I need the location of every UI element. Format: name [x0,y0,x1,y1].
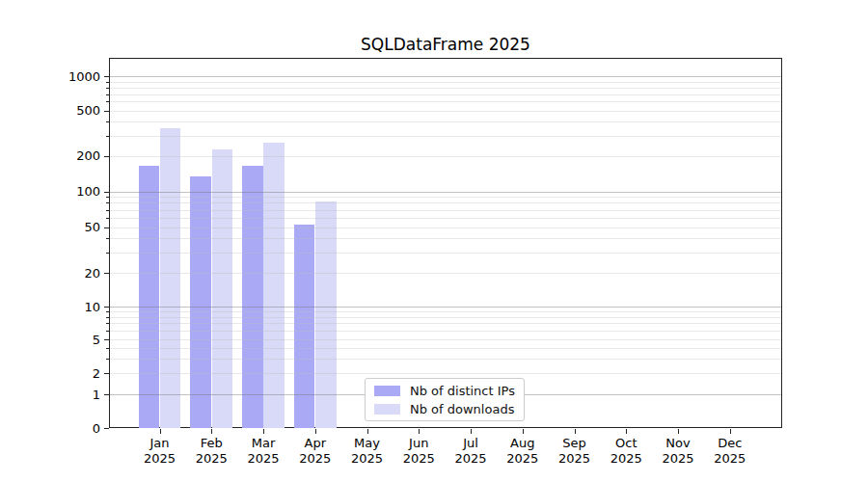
y-minor-tick-mark [106,359,109,360]
gridline-minor [110,311,781,312]
y-tick-mark [104,192,109,193]
y-tick-label: 1000 [0,69,100,84]
gridline-major [110,192,781,193]
y-tick-label: 200 [0,148,100,163]
gridline-minor [110,253,781,254]
y-minor-tick-mark [106,121,109,122]
gridline-minor [110,218,781,219]
x-tick-label: Dec2025 [701,436,759,466]
y-tick-label: 1 [0,388,100,402]
bar-distinct-ips-apr-2025 [294,225,315,428]
x-tick-mark [160,429,161,434]
x-tick-mark [315,429,316,434]
gridline-major [110,76,781,77]
y-minor-tick-mark [106,88,109,89]
x-tick-label: Jun2025 [390,436,448,466]
chart-title: SQLDataFrame 2025 [109,35,782,54]
y-minor-tick-mark [106,111,109,112]
y-minor-tick-mark [106,82,109,83]
gridline-minor [110,273,781,274]
y-minor-tick-mark [106,218,109,219]
plot-area [109,58,782,428]
legend-item-downloads: Nb of downloads [366,400,524,418]
y-tick-label: 2 [0,366,100,381]
gridline-minor [110,348,781,349]
y-minor-tick-mark [106,156,109,157]
x-tick-mark [678,429,679,434]
gridline-minor [110,101,781,102]
x-tick-label: Jan2025 [131,436,189,466]
gridline-minor [110,238,781,239]
gridline-minor [110,331,781,332]
y-tick-mark [104,307,109,308]
x-tick-mark [419,429,420,434]
gridline-minor [110,197,781,198]
y-tick-mark [104,394,109,395]
y-minor-tick-mark [106,311,109,312]
x-tick-label: Nov2025 [649,436,707,466]
gridline-minor [110,136,781,137]
x-tick-mark [211,429,212,434]
legend-label-downloads: Nb of downloads [410,402,514,416]
y-tick-mark [104,428,109,429]
legend-swatch-distinct-ips [374,386,400,396]
y-minor-tick-mark [106,253,109,254]
x-tick-mark [471,429,472,434]
y-minor-tick-mark [106,228,109,228]
gridline-minor [110,111,781,112]
y-minor-tick-mark [106,339,109,340]
y-tick-label: 10 [0,300,100,314]
y-tick-label: 5 [0,333,100,347]
y-minor-tick-mark [106,323,109,324]
y-minor-tick-mark [106,373,109,374]
y-minor-tick-mark [106,348,109,349]
y-tick-label: 100 [0,184,100,199]
x-tick-label: Feb2025 [182,436,240,466]
gridline-minor [110,228,781,228]
gridline-minor [110,121,781,122]
x-tick-mark [367,429,368,434]
x-tick-label: Mar2025 [234,436,292,466]
x-tick-label: May2025 [339,436,396,466]
x-tick-mark [626,429,627,434]
gridline-minor [110,339,781,340]
y-tick-label: 500 [0,103,100,118]
gridline-minor [110,323,781,324]
x-tick-label: Aug2025 [494,436,552,466]
x-tick-mark [523,429,524,434]
x-tick-label: Sep2025 [546,436,604,466]
bar-downloads-jan-2025 [160,128,181,428]
x-tick-label: Jul2025 [442,436,500,466]
y-minor-tick-mark [106,136,109,137]
gridline-minor [110,156,781,157]
legend-swatch-downloads [374,404,400,415]
y-minor-tick-mark [106,197,109,198]
gridline-minor [110,94,781,95]
bar-distinct-ips-mar-2025 [242,166,263,428]
gridline-minor [110,359,781,360]
bar-distinct-ips-jan-2025 [139,166,160,428]
gridline-minor [110,317,781,318]
y-minor-tick-mark [106,331,109,332]
legend: Nb of distinct IPs Nb of downloads [365,378,525,421]
gridline-minor [110,82,781,83]
gridline-minor [110,373,781,374]
legend-item-distinct-ips: Nb of distinct IPs [366,382,524,400]
y-tick-mark [104,76,109,77]
x-tick-label: Apr2025 [286,436,344,466]
y-tick-label: 20 [0,266,100,281]
y-minor-tick-mark [106,273,109,274]
y-minor-tick-mark [106,210,109,211]
y-minor-tick-mark [106,101,109,102]
y-tick-label: 0 [0,421,100,436]
figure: SQLDataFrame 2025 0125102050100200500100… [0,0,868,482]
x-tick-label: Oct2025 [597,436,655,466]
bar-downloads-mar-2025 [263,143,285,428]
gridline-minor [110,202,781,203]
y-tick-label: 50 [0,220,100,234]
legend-label-distinct-ips: Nb of distinct IPs [410,384,515,398]
y-minor-tick-mark [106,94,109,95]
y-minor-tick-mark [106,202,109,203]
x-tick-mark [730,429,731,434]
gridline-minor [110,210,781,211]
